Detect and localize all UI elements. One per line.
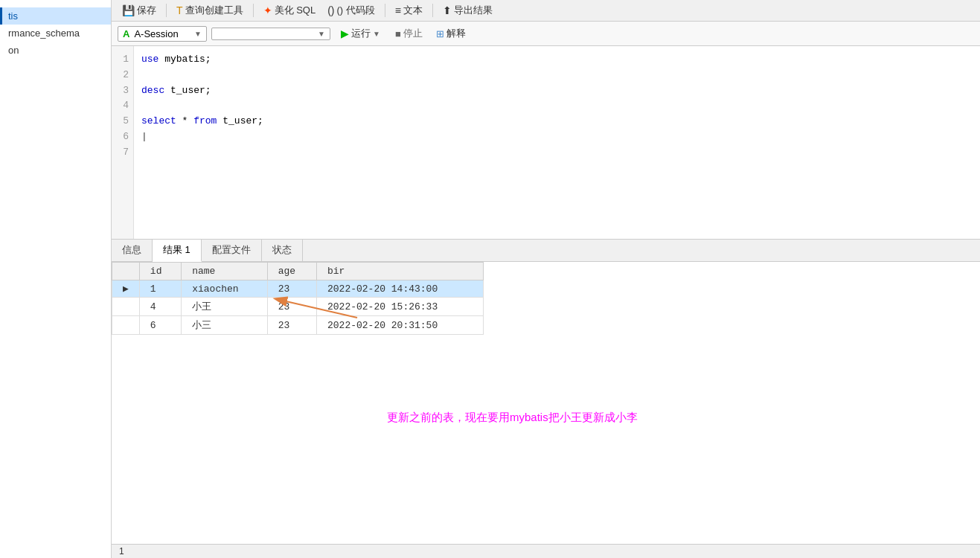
annotation-text: 更新之前的表，现在要用mybatis把小王更新成小李 <box>387 411 638 425</box>
line-num-1: 1 <box>116 52 129 68</box>
tab-result1-label: 结果 1 <box>163 244 190 255</box>
tab-info-label: 信息 <box>122 244 141 255</box>
editor-area: 1 2 3 4 5 6 7 use mybatis; desc t_user; … <box>112 46 980 240</box>
sidebar-item-tis[interactable]: tis <box>0 7 111 25</box>
session-icon: A <box>123 28 129 39</box>
line-num-4: 4 <box>116 98 129 114</box>
cell-name-1: xiaochen <box>182 280 268 298</box>
col-age-header: age <box>267 263 316 280</box>
beautify-label: 美化 SQL <box>275 4 316 17</box>
stop-icon: ■ <box>395 28 401 39</box>
sidebar: tis rmance_schema on <box>0 0 112 558</box>
row-indicator-2 <box>112 298 140 316</box>
line-numbers: 1 2 3 4 5 6 7 <box>112 46 134 239</box>
run-button[interactable]: ▶ 运行 ▼ <box>335 25 386 42</box>
annotation-message: 更新之前的表，现在要用mybatis把小王更新成小李 <box>387 411 638 423</box>
chevron-down-icon-2: ▼ <box>318 30 325 38</box>
beautify-button[interactable]: ✦ 美化 SQL <box>259 2 321 19</box>
code-snippet-icon: () <box>327 4 334 16</box>
col-id-header: id <box>139 263 181 280</box>
cell-id-3: 6 <box>139 316 181 335</box>
tab-config-label: 配置文件 <box>212 244 251 255</box>
tab-result1[interactable]: 结果 1 <box>153 240 202 262</box>
status-bar: 1 <box>112 544 980 558</box>
tab-config[interactable]: 配置文件 <box>202 240 262 261</box>
export-label: 导出结果 <box>454 4 493 17</box>
cell-age-1: 23 <box>267 280 316 298</box>
text-icon: ≡ <box>395 4 401 16</box>
cell-bir-1: 2022-02-20 14:43:00 <box>316 280 483 298</box>
tab-status-label: 状态 <box>272 244 292 255</box>
stop-label: 停止 <box>403 27 423 40</box>
cell-age-3: 23 <box>267 316 316 335</box>
toolbar: 💾 保存 T 查询创建工具 ✦ 美化 SQL () () 代码段 ≡ 文本 ⬆ … <box>112 0 980 22</box>
session-select[interactable]: A A-Session ▼ <box>118 26 207 42</box>
line-num-2: 2 <box>116 68 129 83</box>
code-line-2 <box>141 68 973 83</box>
db-select[interactable]: ▼ <box>211 28 330 40</box>
explain-icon: ⊞ <box>436 28 444 39</box>
save-icon: 💾 <box>122 4 135 16</box>
text-button[interactable]: ≡ 文本 <box>391 2 427 19</box>
export-icon: ⬆ <box>443 4 452 16</box>
tab-status[interactable]: 状态 <box>262 240 303 261</box>
save-label: 保存 <box>137 4 156 17</box>
status-line: 1 <box>119 546 124 557</box>
code-line-5: select * from t_user; <box>141 114 973 129</box>
col-indicator-header <box>112 263 140 280</box>
cell-id-1: 1 <box>139 280 181 298</box>
beautify-icon: ✦ <box>263 4 272 16</box>
table-row[interactable]: 6 小三 23 2022-02-20 20:31:50 <box>112 316 484 335</box>
query-builder-icon: T <box>176 4 183 16</box>
sidebar-item-rmance-schema[interactable]: rmance_schema <box>0 25 111 42</box>
line-num-3: 3 <box>116 83 129 99</box>
line-num-5: 5 <box>116 114 129 129</box>
separator-1 <box>166 4 167 17</box>
cell-bir-3: 2022-02-20 20:31:50 <box>316 316 483 335</box>
text-label: 文本 <box>403 4 423 17</box>
query-builder-label: 查询创建工具 <box>185 4 243 17</box>
save-button[interactable]: 💾 保存 <box>118 2 161 19</box>
sidebar-item-on[interactable]: on <box>0 42 111 59</box>
code-line-4 <box>141 98 973 114</box>
cell-bir-2: 2022-02-20 15:26:33 <box>316 298 483 316</box>
query-builder-button[interactable]: T 查询创建工具 <box>172 2 248 19</box>
session-label: A-Session <box>134 28 178 39</box>
stop-button[interactable]: ■ 停止 <box>391 25 427 42</box>
code-snippet-label: () 代码段 <box>337 4 375 17</box>
col-name-header: name <box>182 263 268 280</box>
cell-id-2: 4 <box>139 298 181 316</box>
main-area: 💾 保存 T 查询创建工具 ✦ 美化 SQL () () 代码段 ≡ 文本 ⬆ … <box>112 0 980 558</box>
explain-button[interactable]: ⊞ 解释 <box>432 25 470 42</box>
results-table: id name age bir ▶ 1 xiaochen 23 2022-02-… <box>112 262 484 335</box>
code-line-3: desc t_user; <box>141 83 973 99</box>
panel-tabs: 信息 结果 1 配置文件 状态 <box>112 240 980 262</box>
tab-info[interactable]: 信息 <box>112 240 153 261</box>
play-icon: ▶ <box>341 28 349 39</box>
chevron-down-icon: ▼ <box>194 30 202 38</box>
separator-2 <box>253 4 254 17</box>
table-row[interactable]: 4 小王 23 2022-02-20 15:26:33 <box>112 298 484 316</box>
results-area: id name age bir ▶ 1 xiaochen 23 2022-02-… <box>112 262 980 544</box>
bottom-panel: 信息 结果 1 配置文件 状态 id name age <box>112 240 980 558</box>
separator-4 <box>432 4 433 17</box>
export-button[interactable]: ⬆ 导出结果 <box>438 2 497 19</box>
cell-name-2: 小王 <box>182 298 268 316</box>
run-chevron-icon: ▼ <box>373 30 380 38</box>
row-indicator-3 <box>112 316 140 335</box>
session-bar: A A-Session ▼ ▼ ▶ 运行 ▼ ■ 停止 ⊞ 解释 <box>112 22 980 46</box>
code-snippet-button[interactable]: () () 代码段 <box>323 2 379 19</box>
explain-label: 解释 <box>446 27 466 40</box>
sidebar-item-label: tis <box>8 10 18 22</box>
sidebar-item-label: on <box>8 45 19 56</box>
code-line-7 <box>141 145 973 161</box>
cell-age-2: 23 <box>267 298 316 316</box>
code-editor[interactable]: use mybatis; desc t_user; select * from … <box>134 46 980 239</box>
separator-3 <box>385 4 385 17</box>
col-bir-header: bir <box>316 263 483 280</box>
cell-name-3: 小三 <box>182 316 268 335</box>
code-line-6 <box>141 129 973 145</box>
sidebar-item-label: rmance_schema <box>8 28 80 39</box>
row-indicator-1: ▶ <box>112 280 140 298</box>
table-row[interactable]: ▶ 1 xiaochen 23 2022-02-20 14:43:00 <box>112 280 484 298</box>
